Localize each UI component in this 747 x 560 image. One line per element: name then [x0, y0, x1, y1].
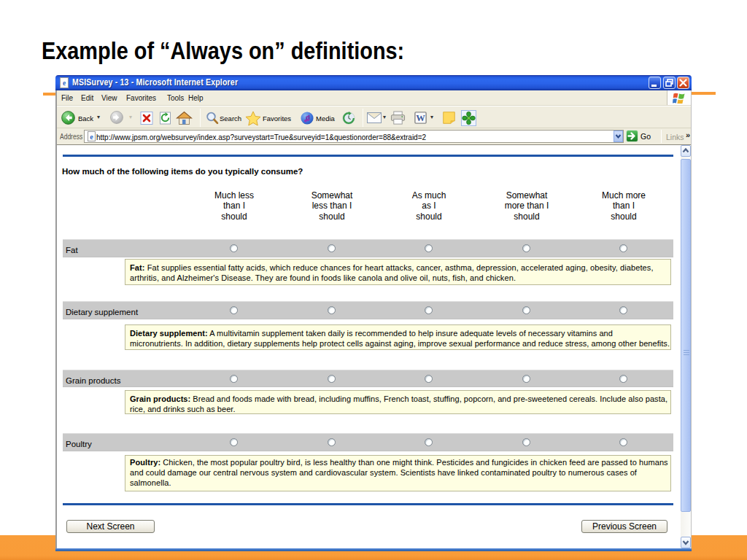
svg-text:e: e: [63, 79, 66, 87]
svg-text:e: e: [90, 133, 93, 141]
svg-text:W: W: [416, 113, 425, 123]
